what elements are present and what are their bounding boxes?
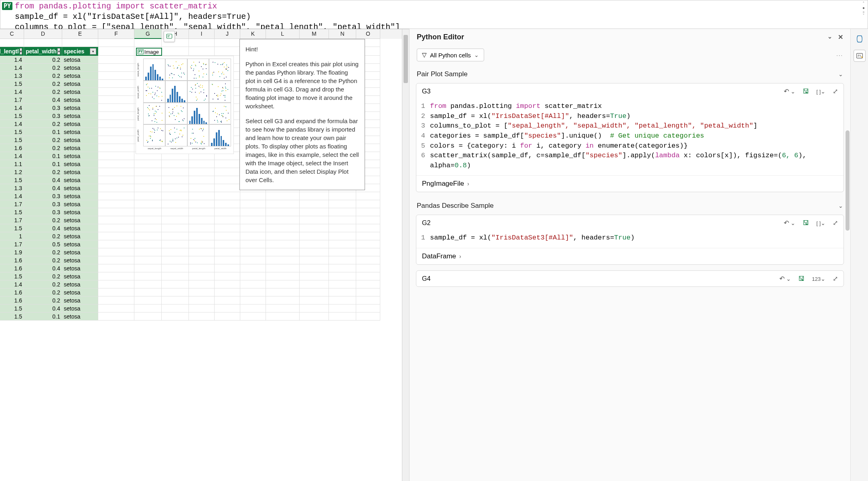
cell[interactable] [98,168,134,176]
cell[interactable] [24,39,62,47]
expand-icon[interactable]: ⤢ [833,275,838,282]
col-header-n[interactable]: N [329,29,356,39]
cell[interactable] [240,224,266,232]
cell[interactable] [162,47,189,56]
cell[interactable] [356,208,380,216]
cell[interactable] [329,264,356,272]
cell[interactable] [98,104,134,112]
cell[interactable]: 1.9 [0,248,24,256]
panel-scrollbar[interactable] [846,130,850,231]
cell[interactable] [329,248,356,256]
col-header-o[interactable]: O [356,29,380,39]
cell[interactable]: setosa [62,272,98,280]
cell[interactable] [189,288,215,296]
cell[interactable] [329,272,356,280]
cell[interactable]: 1.1 [0,160,24,168]
undo-icon[interactable]: ↶ ⌄ [784,87,795,95]
cell[interactable] [356,288,380,296]
cell[interactable] [98,64,134,72]
cell[interactable] [134,280,162,288]
cell[interactable] [266,232,300,240]
cell[interactable] [134,240,162,248]
python-editor-rail-icon[interactable]: PY [854,50,866,62]
cell[interactable]: setosa [62,288,98,296]
cell[interactable]: setosa [62,200,98,208]
col-header-m[interactable]: M [300,29,329,39]
cell[interactable] [356,200,380,208]
cell[interactable] [98,256,134,264]
cell[interactable] [134,208,162,216]
cell[interactable]: setosa [62,304,98,313]
cell[interactable]: 1.5 [0,313,24,321]
cell[interactable] [266,296,300,304]
cell[interactable] [329,296,356,304]
cell[interactable] [134,168,162,176]
col-header-l[interactable]: L [266,29,300,39]
cell[interactable] [134,224,162,232]
chevron-down-icon[interactable]: ⌄ [838,71,843,77]
save-icon[interactable]: 🖫 [803,219,809,227]
cell[interactable]: 1.4 [0,88,24,96]
expand-icon[interactable]: ⤢ [833,87,838,95]
cell[interactable] [215,200,240,208]
cell[interactable]: 0.4 [24,176,62,184]
cell[interactable] [189,304,215,313]
cell[interactable] [98,216,134,224]
output-type-dropdown[interactable]: [ ]⌄ [816,88,825,95]
cell[interactable] [356,224,380,232]
cell[interactable] [329,313,356,321]
cell[interactable] [162,248,189,256]
cell[interactable] [240,232,266,240]
cell[interactable] [98,56,134,64]
cell[interactable] [215,248,240,256]
cell[interactable] [266,208,300,216]
cell[interactable] [240,296,266,304]
cell[interactable] [329,224,356,232]
cell[interactable] [134,256,162,264]
col-header-f[interactable]: F [98,29,134,39]
cell[interactable] [189,296,215,304]
cell[interactable] [134,160,162,168]
cell[interactable] [240,192,266,200]
cell[interactable]: 1.5 [0,208,24,216]
cell[interactable] [240,208,266,216]
cell[interactable]: 0.3 [24,208,62,216]
cell[interactable] [98,47,134,56]
cell[interactable] [356,216,380,224]
cell[interactable]: setosa [62,128,98,136]
cell[interactable] [134,176,162,184]
code-editor[interactable]: 1from pandas.plotting import scatter_mat… [416,99,844,175]
cell[interactable] [189,47,215,56]
cell[interactable] [215,192,240,200]
cell[interactable] [134,39,162,47]
cell[interactable] [162,224,189,232]
cell[interactable]: 1.4 [0,192,24,200]
cell[interactable]: setosa [62,264,98,272]
cell[interactable] [240,256,266,264]
cell[interactable]: setosa [62,152,98,160]
cell[interactable] [266,216,300,224]
cell[interactable] [240,240,266,248]
cell[interactable] [162,240,189,248]
cell[interactable]: 1.4 [0,56,24,64]
cell[interactable]: 0.2 [24,248,62,256]
cell[interactable]: setosa [62,184,98,192]
cell[interactable] [162,192,189,200]
cell[interactable] [266,264,300,272]
scrollbar-thumb[interactable] [404,35,408,83]
cell[interactable] [162,208,189,216]
filter-icon[interactable]: ▾ [90,48,96,55]
cell[interactable] [134,232,162,240]
cell[interactable] [162,280,189,288]
cell[interactable] [215,313,240,321]
cell[interactable]: 1.4 [0,104,24,112]
cell[interactable] [240,304,266,313]
cell[interactable] [300,232,329,240]
cell[interactable] [162,296,189,304]
cell[interactable]: 1.5 [0,112,24,120]
cell[interactable] [356,313,380,321]
cell[interactable]: 0.2 [24,216,62,224]
cell[interactable]: 1.6 [0,256,24,264]
cell[interactable] [356,304,380,313]
cell[interactable] [300,224,329,232]
